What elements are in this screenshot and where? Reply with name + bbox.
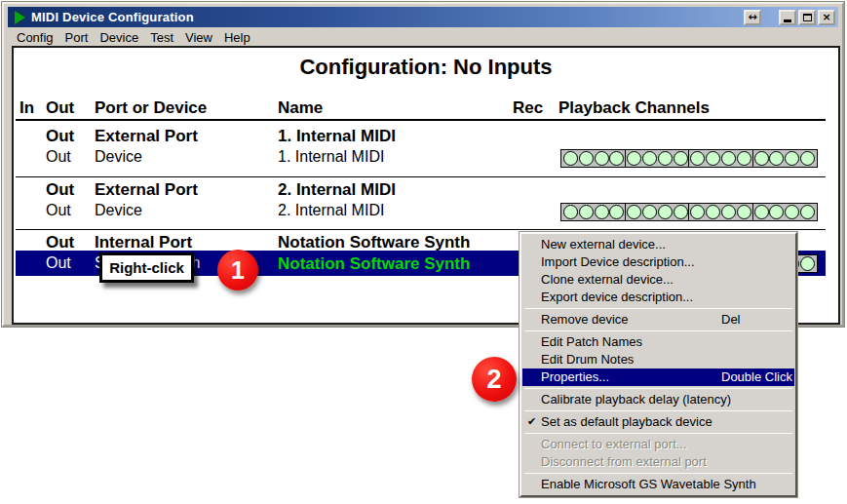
window-titlebar[interactable]: MIDI Device Configuration ↔ × xyxy=(8,7,838,27)
channel-circle[interactable] xyxy=(785,151,799,166)
app-play-icon xyxy=(15,11,25,24)
menu-item-label: Connect to external port... xyxy=(541,437,687,451)
table-row-port-2[interactable]: Out External Port 2. Internal MIDI xyxy=(14,180,838,201)
menu-item-properties[interactable]: Properties... Double Click xyxy=(522,368,794,386)
channel-circle[interactable] xyxy=(579,205,594,219)
maximize-button[interactable] xyxy=(798,10,816,25)
menu-item-label: Set as default playback device xyxy=(541,414,712,429)
menubar-item-test[interactable]: Test xyxy=(144,29,179,46)
menu-item-label: Enable Microsoft GS Wavetable Synth xyxy=(541,477,756,491)
menu-bar: Config Port Device Test View Help xyxy=(8,28,838,46)
channel-circle[interactable] xyxy=(658,151,673,166)
menubar-item-device[interactable]: Device xyxy=(94,29,144,46)
channel-circle[interactable] xyxy=(658,205,673,219)
menu-item-connect-to-external-port: Connect to external port... xyxy=(522,436,794,453)
channel-circle[interactable] xyxy=(769,205,784,219)
row-divider xyxy=(16,176,826,177)
channel-circle[interactable] xyxy=(737,205,751,219)
channel-circle[interactable] xyxy=(737,151,751,166)
channel-circle[interactable] xyxy=(721,205,736,219)
channel-circle[interactable] xyxy=(690,205,705,219)
channel-circle[interactable] xyxy=(690,151,705,166)
resize-button[interactable]: ↔ xyxy=(744,10,761,25)
menu-item-import-device-description[interactable]: Import Device description... xyxy=(522,253,794,271)
cell-port: Device xyxy=(95,202,142,219)
menu-separator xyxy=(524,473,792,474)
menu-item-label: Import Device description... xyxy=(541,254,695,269)
channel-circle[interactable] xyxy=(800,151,815,166)
channel-circle[interactable] xyxy=(595,151,609,166)
maximize-icon xyxy=(803,14,812,21)
channel-circle[interactable] xyxy=(563,205,578,219)
menubar-item-view[interactable]: View xyxy=(179,29,218,46)
channel-circle[interactable] xyxy=(769,151,784,166)
playback-channel-bar-2[interactable] xyxy=(560,203,818,221)
menu-item-edit-patch-names[interactable]: Edit Patch Names xyxy=(522,333,794,351)
channel-circle[interactable] xyxy=(754,151,769,166)
menu-separator xyxy=(524,433,792,434)
channel-circle[interactable] xyxy=(706,205,720,219)
menu-item-export-device-description[interactable]: Export device description... xyxy=(522,289,794,306)
channel-group-divider xyxy=(625,150,626,167)
cell-name: Notation Software Synth xyxy=(278,233,470,252)
close-icon: × xyxy=(822,12,830,22)
menu-item-edit-drum-notes[interactable]: Edit Drum Notes xyxy=(522,351,794,368)
channel-circle[interactable] xyxy=(706,151,720,166)
channel-circle[interactable] xyxy=(785,205,799,219)
cell-out: Out xyxy=(46,254,71,272)
window-title: MIDI Device Configuration xyxy=(31,10,194,24)
menubar-item-port[interactable]: Port xyxy=(59,29,95,46)
channel-circle[interactable] xyxy=(595,205,609,219)
table-row-port-1[interactable]: Out External Port 1. Internal MIDI xyxy=(14,127,838,147)
right-click-callout-label: Right-click xyxy=(109,259,184,276)
channel-circle[interactable] xyxy=(642,151,657,166)
channel-circle[interactable] xyxy=(627,151,641,166)
menubar-item-config[interactable]: Config xyxy=(11,29,59,46)
cell-out: Out xyxy=(46,148,71,166)
channel-circle[interactable] xyxy=(609,205,624,219)
screenshot-root: { "window": { "title": "MIDI Device Conf… xyxy=(0,0,847,504)
menu-item-label: Properties... xyxy=(541,369,609,384)
channel-circle[interactable] xyxy=(609,151,624,166)
cell-port: External Port xyxy=(95,127,198,146)
channel-circle[interactable] xyxy=(563,151,578,166)
header-out: Out xyxy=(46,98,74,118)
menu-item-calibrate-playback-delay[interactable]: Calibrate playback delay (latency) xyxy=(522,391,794,408)
menu-item-set-default-playback-device[interactable]: ✔ Set as default playback device xyxy=(522,413,794,431)
channel-circle[interactable] xyxy=(674,205,688,219)
channel-group-divider xyxy=(688,150,689,167)
check-icon: ✔ xyxy=(527,413,536,431)
step-badge-1-number: 1 xyxy=(231,256,245,285)
menubar-item-help[interactable]: Help xyxy=(218,29,256,46)
channel-circle[interactable] xyxy=(642,205,657,219)
cell-port: Internal Port xyxy=(95,233,192,252)
resize-icon: ↔ xyxy=(748,12,756,22)
header-divider xyxy=(16,119,826,121)
channel-circle[interactable] xyxy=(627,205,641,219)
menu-item-clone-external-device[interactable]: Clone external device... xyxy=(522,271,794,289)
device-context-menu: New external device... Import Device des… xyxy=(520,232,797,497)
menu-item-remove-device[interactable]: Remove device Del xyxy=(522,311,794,329)
playback-channel-bar-1[interactable] xyxy=(560,149,818,168)
channel-group-divider xyxy=(688,204,689,220)
menu-item-disconnect-from-external-port: Disconnect from external port xyxy=(522,453,794,471)
header-port-or-device: Port or Device xyxy=(95,98,207,118)
header-rec: Rec xyxy=(513,98,543,118)
menu-separator xyxy=(524,308,792,309)
close-button[interactable]: × xyxy=(818,10,835,25)
menu-item-label: Clone external device... xyxy=(541,272,674,287)
channel-circle[interactable] xyxy=(579,151,594,166)
channel-circle[interactable] xyxy=(721,151,736,166)
header-in: In xyxy=(19,98,34,118)
menu-item-label: Remove device xyxy=(541,312,629,327)
cell-out: Out xyxy=(46,202,71,219)
channel-group-divider xyxy=(752,150,753,167)
channel-circle[interactable] xyxy=(754,205,769,219)
step-badge-2-number: 2 xyxy=(486,365,501,395)
minimize-button[interactable] xyxy=(779,10,796,25)
channel-circle[interactable] xyxy=(800,256,815,271)
channel-circle[interactable] xyxy=(800,205,815,219)
channel-circle[interactable] xyxy=(674,151,688,166)
menu-item-new-external-device[interactable]: New external device... xyxy=(522,236,794,253)
menu-item-enable-ms-gs-wavetable-synth[interactable]: Enable Microsoft GS Wavetable Synth xyxy=(522,476,794,493)
